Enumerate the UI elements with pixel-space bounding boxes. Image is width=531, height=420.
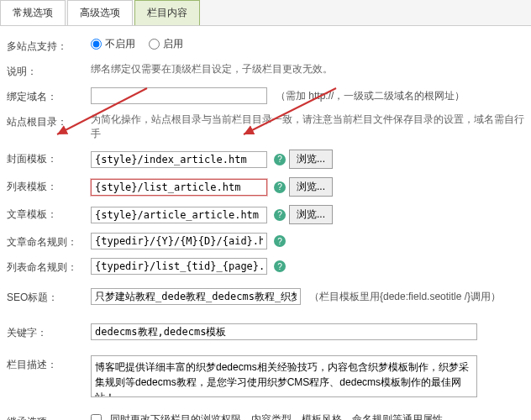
- help-icon[interactable]: ?: [274, 235, 286, 247]
- label-listrule: 列表命名规则：: [7, 258, 91, 275]
- catdesc-textarea[interactable]: 博客吧提供详细丰富的织梦dedecms相关经验技巧，内容包含织梦模板制作，织梦采…: [91, 355, 477, 397]
- label-multisite: 多站点支持：: [7, 37, 91, 54]
- label-artrule: 文章命名规则：: [7, 233, 91, 249]
- listtpl-browse[interactable]: 浏览...: [289, 177, 333, 197]
- tab-content[interactable]: 栏目内容: [134, 0, 200, 25]
- tab-advanced[interactable]: 高级选项: [67, 0, 133, 25]
- label-seotitle: SEO标题：: [7, 288, 91, 305]
- arttpl-browse[interactable]: 浏览...: [289, 205, 333, 224]
- help-icon[interactable]: ?: [274, 154, 286, 165]
- desc-text: 绑名绑定仅需要在顶级栏目设定，子级栏目更改无效。: [91, 62, 524, 76]
- label-inherit: 继承选项：: [7, 412, 91, 420]
- covertpl-input[interactable]: [91, 151, 267, 168]
- covertpl-browse[interactable]: 浏览...: [289, 150, 333, 169]
- binddomain-hint: （需加 http://，一级或二级域名的根网址）: [276, 89, 465, 103]
- radio-disable-input[interactable]: [91, 39, 102, 50]
- label-binddomain: 绑定域名：: [7, 87, 91, 104]
- arttpl-input[interactable]: [91, 207, 267, 223]
- label-arttpl: 文章模板：: [7, 205, 91, 222]
- radio-disable[interactable]: 不启用: [91, 37, 135, 51]
- seotitle-hint: （栏目模板里用{dede:field.seotitle /}调用）: [309, 290, 501, 304]
- inherit-text: 同时更改下级栏目的浏览权限、内容类型、模板风格、命名规则等通用属性: [110, 412, 443, 420]
- help-icon[interactable]: ?: [274, 209, 286, 221]
- label-desc: 说明：: [7, 62, 91, 79]
- seotitle-input[interactable]: [91, 288, 301, 305]
- label-listtpl: 列表模板：: [7, 177, 91, 194]
- radio-enable-label: 启用: [163, 37, 183, 51]
- label-siteroot: 站点根目录：: [7, 113, 91, 129]
- listtpl-input[interactable]: [91, 179, 267, 196]
- binddomain-input[interactable]: [91, 87, 267, 104]
- keywords-input[interactable]: [91, 323, 477, 340]
- listrule-input[interactable]: [91, 258, 267, 275]
- radio-disable-label: 不启用: [105, 37, 135, 51]
- label-keywords: 关键字：: [7, 323, 91, 340]
- artrule-input[interactable]: [91, 233, 267, 249]
- radio-enable[interactable]: 启用: [149, 37, 183, 51]
- siteroot-text: 为简化操作，站点根目录与当前栏目目录一致，请注意当前栏目文件保存目录的设置，域名…: [91, 113, 524, 141]
- help-icon[interactable]: ?: [274, 260, 286, 272]
- label-covertpl: 封面模板：: [7, 150, 91, 166]
- label-catdesc: 栏目描述：: [7, 355, 91, 372]
- help-icon[interactable]: ?: [274, 181, 286, 193]
- tab-general[interactable]: 常规选项: [0, 0, 66, 25]
- inherit-checkbox[interactable]: [91, 414, 102, 420]
- tab-bar: 常规选项 高级选项 栏目内容: [0, 0, 531, 26]
- radio-enable-input[interactable]: [149, 39, 160, 50]
- form-area: 多站点支持： 不启用 启用 说明： 绑名绑定仅需要在顶级栏目设定，子级栏目更改无…: [0, 26, 531, 420]
